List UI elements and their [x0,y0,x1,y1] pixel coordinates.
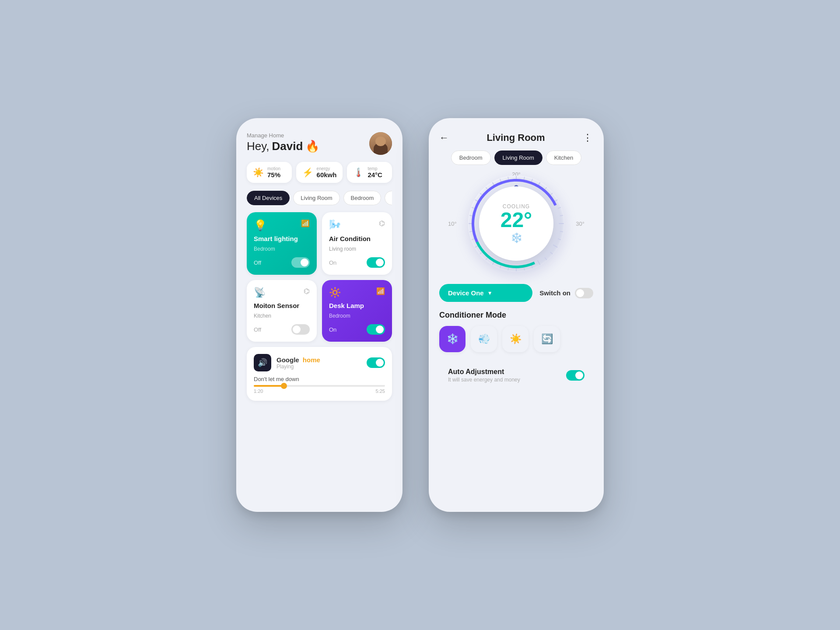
device-motion-sensor: 📡 ⌬ Moiton Sensor Kitchen Off [247,280,317,342]
conditioner-section: Conditioner Mode ❄️ 💨 ☀️ 🔄 [439,311,593,352]
mode-auto-button[interactable]: 🔄 [534,326,560,352]
desk-lamp-room: Bedroom [329,313,385,319]
wifi-icon2: 📶 [376,287,385,295]
auto-adjust-card: Auto Adjustment It will save energey and… [439,361,593,390]
snowflake-icon: ❄️ [511,232,522,244]
mode-buttons: ❄️ 💨 ☀️ 🔄 [439,326,593,352]
svg-line-7 [558,207,561,208]
auto-adjust-info: Auto Adjustment It will save energey and… [448,368,520,383]
svg-line-17 [524,267,525,270]
sensor-icon: 📡 [254,287,266,298]
freeze-icon: ❄️ [447,333,458,345]
smart-lighting-status: Off [254,259,261,266]
svg-line-19 [508,267,508,270]
device-air-condition: 🌬️ ⌬ Air Condition Living room On [322,212,392,275]
temp-icon: 🌡️ [353,167,364,178]
switch-on-toggle[interactable] [575,288,593,298]
auto-adjust-title: Auto Adjustment [448,368,520,376]
time-end: 5:25 [376,388,385,394]
song-title: Don't let me down [254,376,385,382]
energy-icon: ⚡ [302,167,313,178]
mode-fan-button[interactable]: 💨 [471,326,497,352]
svg-line-22 [486,258,488,260]
sun-icon: ☀️ [510,333,522,345]
energy-value: 60kwh [317,171,337,178]
svg-line-11 [558,239,561,240]
motion-sensor-room: Kitchen [254,313,310,319]
svg-line-10 [560,231,563,232]
device-one-button[interactable]: Device One ▼ [439,284,532,302]
avatar [369,132,392,155]
thermostat-section: 20° 10° 30° // Will be drawn by JS below… [439,175,593,272]
switch-on-row: Switch on [539,288,593,298]
filter-tabs: All Devices Living Room Bedroom K... [247,191,392,205]
desk-lamp-name: Desk Lamp [329,302,385,309]
bluetooth-icon2: ⌬ [304,287,310,295]
conditioner-mode-title: Conditioner Mode [439,311,593,320]
tab-kitchen[interactable]: K... [385,191,392,205]
room-tabs: Bedroom Living Room Kitchen [439,150,593,165]
motion-icon: ☀️ [253,167,264,178]
time-start: 1:20 [254,388,263,394]
auto-adjust-toggle[interactable] [566,370,584,381]
desk-lamp-toggle[interactable] [367,324,385,335]
tab-all-devices[interactable]: All Devices [247,191,290,205]
room-title: Living Room [486,132,545,144]
back-button[interactable]: ← [439,132,449,144]
air-condition-toggle[interactable] [367,257,385,268]
temp-right-label: 30° [576,220,584,227]
tab-bedroom[interactable]: Bedroom [451,150,491,165]
thermostat-inner: COOLING 22° ❄️ [479,186,553,261]
stat-temp: 🌡️ temp 24°C [347,162,392,183]
mode-freeze-button[interactable]: ❄️ [439,326,466,352]
fan-icon: 💨 [478,333,490,345]
google-home-name: Google home [276,356,320,364]
svg-line-4 [545,187,547,189]
left-phone: Manage Home Hey, David 🔥 ☀️ motion 75% ⚡… [236,118,402,512]
greeting-text: Hey, [247,140,270,153]
svg-line-14 [545,258,547,260]
temp-left-label: 10° [448,220,457,227]
mode-sun-button[interactable]: ☀️ [502,326,528,352]
device-selector-row: Device One ▼ Switch on [439,284,593,302]
progress-fill [254,385,284,387]
device-smart-lighting: 💡 📶 Smart lighting Bedroom Off [247,212,317,275]
svg-line-8 [560,215,563,216]
device-one-label: Device One [448,289,484,297]
smart-lighting-icon: 💡 [254,219,267,231]
tab-living-room[interactable]: Living Room [293,191,340,205]
smart-lighting-name: Smart lighting [254,235,310,242]
smart-lighting-toggle[interactable] [291,257,310,268]
temp-display: 22° [500,210,532,231]
svg-line-5 [550,193,553,195]
google-home-toggle[interactable] [367,357,385,368]
svg-line-13 [550,252,553,254]
smart-lighting-room: Bedroom [254,246,310,252]
google-playing: Playing [276,364,320,370]
device-grid: 💡 📶 Smart lighting Bedroom Off 🌬️ ⌬ Air … [247,212,392,342]
auto-icon: 🔄 [541,333,553,345]
lamp-icon: 🔆 [329,287,341,298]
bluetooth-icon: ⌬ [379,219,385,228]
motion-label: motion [267,166,280,171]
desk-lamp-status: On [329,326,336,333]
stat-energy: ⚡ energy 60kwh [296,162,343,183]
thermostat-dial[interactable]: // Will be drawn by JS below COOLING 22°… [468,175,564,272]
user-name: David [272,140,303,153]
tab-living-room[interactable]: Living Room [494,150,542,165]
tab-bedroom[interactable]: Bedroom [343,191,382,205]
motion-sensor-status: Off [254,326,261,333]
progress-thumb[interactable] [281,383,287,389]
progress-bar[interactable] [254,385,385,387]
more-options-button[interactable]: ⋮ [583,132,593,144]
svg-line-20 [500,266,501,268]
google-brand: Google [276,356,299,364]
motion-sensor-toggle[interactable] [291,324,310,335]
wifi-icon: 📶 [301,219,310,228]
auto-adjust-subtitle: It will save energey and money [448,377,520,383]
ac-icon: 🌬️ [329,219,341,231]
greeting-emoji: 🔥 [305,140,319,153]
stats-row: ☀️ motion 75% ⚡ energy 60kwh 🌡️ temp 24°… [247,162,392,183]
stat-motion: ☀️ motion 75% [247,162,292,183]
tab-kitchen[interactable]: Kitchen [546,150,581,165]
